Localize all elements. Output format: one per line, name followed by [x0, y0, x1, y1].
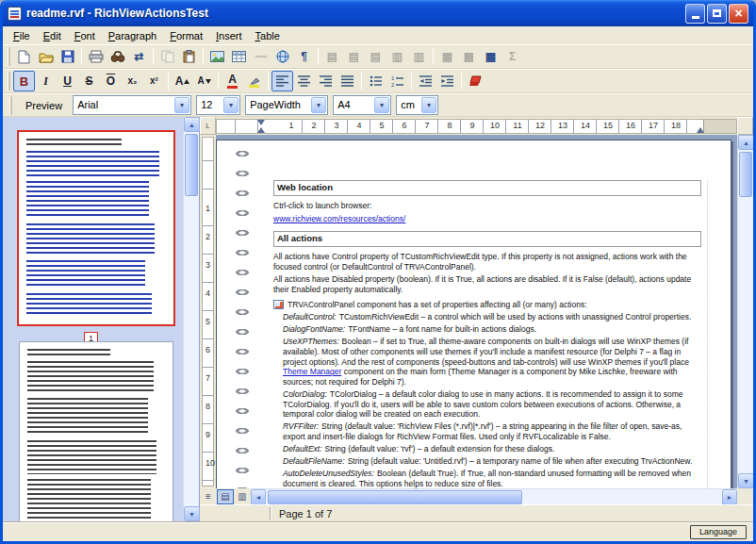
chevron-down-icon[interactable]: ▾ — [223, 97, 238, 113]
delete-column-button[interactable]: ▥ — [408, 46, 430, 67]
zoom-combo[interactable]: PageWidth ▾ — [245, 95, 328, 115]
chevron-down-icon[interactable]: ▾ — [311, 97, 326, 113]
superscript-button[interactable]: x² — [143, 71, 165, 91]
copy-button[interactable] — [156, 46, 178, 67]
numbering-button[interactable]: 12 — [386, 71, 408, 91]
bold-button[interactable]: B — [13, 71, 35, 91]
grow-font-button[interactable]: A — [172, 71, 193, 91]
font-name-combo[interactable]: Arial ▾ — [73, 95, 191, 115]
normal-view-button[interactable]: ≡ — [200, 489, 217, 504]
split-cells-button[interactable]: ▩ — [458, 46, 480, 67]
insert-horizontal-line-button[interactable] — [250, 46, 271, 67]
title-bar[interactable]: readme.rvf - RichViewActionsTest × — [3, 0, 753, 26]
italic-icon: I — [43, 75, 48, 87]
decrease-indent-button[interactable] — [415, 71, 436, 91]
toolbar-grip[interactable] — [8, 47, 10, 66]
merge-cells-icon: ▦ — [442, 51, 452, 62]
scrollbar-thumb[interactable] — [268, 490, 522, 504]
menu-file[interactable]: File — [7, 28, 37, 43]
html-view-button[interactable]: ▥ — [234, 489, 251, 504]
maximize-button[interactable] — [707, 4, 727, 24]
scroll-down-arrow[interactable]: ▼ — [184, 506, 200, 521]
actions-url-link[interactable]: www.richview.com/resources/actions/ — [273, 214, 405, 223]
merge-cells-button[interactable]: ▦ — [436, 46, 458, 67]
paper-size-combo[interactable]: A4 ▾ — [333, 95, 391, 115]
toolbar-grip[interactable] — [8, 72, 10, 91]
close-button[interactable]: × — [729, 4, 748, 24]
bullets-button[interactable] — [365, 71, 386, 91]
insert-row-below-button[interactable]: ▤ — [343, 46, 365, 67]
align-center-button[interactable] — [293, 71, 315, 91]
page-layout-view-button[interactable]: ▤ — [217, 489, 234, 504]
insert-hyperlink-button[interactable] — [271, 46, 293, 67]
font-size-combo[interactable]: 12 ▾ — [196, 95, 240, 115]
right-indent-marker[interactable] — [697, 124, 704, 133]
left-indent-marker[interactable] — [257, 124, 265, 133]
thumbnail-page-2[interactable] — [19, 341, 173, 521]
theme-manager-link[interactable]: Theme Manager — [283, 367, 341, 376]
menu-font[interactable]: Font — [68, 28, 102, 43]
sum-button[interactable]: Σ — [501, 46, 523, 67]
thumbnail-scrollbar[interactable]: ▲ ▼ — [183, 117, 199, 521]
scrollbar-track[interactable] — [738, 150, 753, 473]
minimize-button[interactable] — [685, 4, 705, 24]
numbering-icon: 12 — [391, 75, 404, 87]
paragraph-marks-button[interactable]: ¶ — [293, 46, 315, 67]
menu-format[interactable]: Format — [163, 28, 209, 43]
insert-column-button[interactable]: ▥ — [386, 46, 408, 67]
toolbar-grip[interactable] — [9, 96, 12, 115]
scroll-down-arrow[interactable]: ▼ — [738, 473, 754, 488]
document-vertical-scrollbar[interactable]: ▲ ▼ — [737, 135, 753, 488]
chevron-down-icon[interactable]: ▾ — [421, 97, 436, 113]
units-combo[interactable]: cm ▾ — [396, 95, 438, 115]
chevron-down-icon[interactable]: ▾ — [374, 97, 389, 113]
clear-format-button[interactable] — [465, 71, 486, 91]
shrink-font-button[interactable]: A — [193, 71, 215, 91]
document-horizontal-scrollbar[interactable]: ◄ ► — [251, 488, 737, 505]
document-view[interactable]: Web location Ctrl-click to launch browse… — [216, 135, 737, 488]
table-grid-button[interactable]: ▦ — [480, 46, 501, 67]
strikethrough-button[interactable]: S — [78, 71, 100, 91]
italic-button[interactable]: I — [35, 71, 57, 91]
save-button[interactable] — [57, 46, 78, 67]
chevron-down-icon[interactable]: ▾ — [174, 97, 189, 113]
menu-insert[interactable]: Insert — [209, 28, 249, 43]
menu-paragraph[interactable]: Paragraph — [102, 28, 163, 43]
overline-button[interactable]: O — [100, 71, 122, 91]
insert-table-button[interactable] — [228, 46, 250, 67]
increase-indent-button[interactable] — [436, 71, 458, 91]
insert-picture-button[interactable] — [206, 46, 228, 67]
thumbnail-page-1[interactable] — [17, 130, 175, 326]
tab-selector[interactable]: L — [200, 117, 216, 135]
print-button[interactable] — [85, 46, 107, 67]
open-button[interactable] — [35, 46, 57, 67]
scrollbar-thumb[interactable] — [185, 134, 198, 196]
underline-button[interactable]: U — [57, 71, 78, 91]
document-page[interactable]: Web location Ctrl-click to launch browse… — [216, 140, 731, 488]
scroll-left-arrow[interactable]: ◄ — [251, 489, 266, 505]
preview-button[interactable]: Preview — [20, 98, 68, 113]
scroll-up-arrow[interactable]: ▲ — [184, 117, 200, 132]
scrollbar-thumb[interactable] — [739, 152, 752, 197]
scroll-up-arrow[interactable]: ▲ — [738, 135, 754, 150]
subscript-button[interactable]: x₂ — [122, 71, 143, 91]
menu-table[interactable]: Table — [249, 28, 287, 43]
delete-row-button[interactable]: ▤ — [365, 46, 386, 67]
menu-edit[interactable]: Edit — [37, 28, 68, 43]
replace-button[interactable]: ⇄ — [128, 46, 150, 67]
scroll-right-arrow[interactable]: ► — [722, 489, 737, 505]
find-button[interactable] — [107, 46, 128, 67]
align-right-button[interactable] — [315, 71, 337, 91]
align-left-button[interactable] — [271, 71, 293, 91]
paste-button[interactable] — [178, 46, 200, 67]
scrollbar-track[interactable] — [184, 132, 199, 506]
definition-item: DefaultExt:String (default value: 'rvf')… — [283, 444, 701, 454]
align-justify-button[interactable] — [337, 71, 358, 91]
horizontal-ruler: 123456789101112131415161718 — [216, 119, 737, 134]
scrollbar-track[interactable] — [266, 489, 722, 505]
font-color-button[interactable]: A — [222, 71, 243, 91]
language-button[interactable]: Language — [690, 525, 747, 539]
highlight-button[interactable] — [243, 71, 265, 91]
insert-row-above-button[interactable]: ▤ — [321, 46, 343, 67]
new-document-button[interactable] — [13, 46, 35, 67]
